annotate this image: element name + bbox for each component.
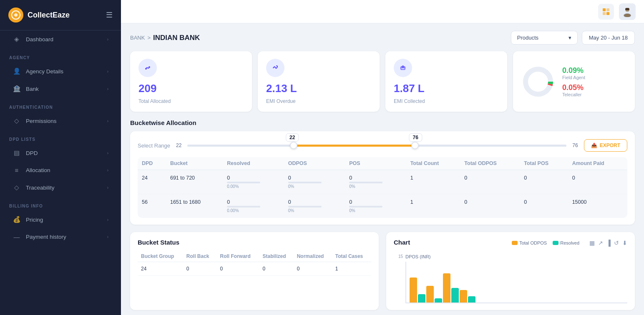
field-agent-pct: 0.09% (562, 66, 585, 75)
user-avatar[interactable] (619, 3, 636, 20)
agency-details-icon: 👤 (13, 68, 21, 75)
range-fill (294, 145, 415, 147)
export-label: EXPORT (600, 142, 620, 148)
export-button[interactable]: 📤 EXPORT (584, 139, 627, 152)
range-track: 22 76 (187, 145, 566, 147)
td-resolved: 0 0.00% (223, 170, 284, 194)
chart-line-icon[interactable]: ↗ (598, 240, 603, 246)
stat-card-collected: 1.87 L EMI Collected (385, 51, 507, 112)
sidebar-item-bank[interactable]: 🏦 Bank › (3, 80, 118, 97)
donut-telecaller: 0.05% Telecaller (562, 83, 585, 97)
chart-download-icon[interactable]: ⬇ (622, 240, 627, 246)
td-total-pos: 0 (520, 170, 568, 194)
bucket-status-card: Bucket Status Bucket Group Roll Back Rol… (130, 232, 379, 310)
date-range-text: May 20 - Jun 18 (589, 35, 628, 41)
bs-col-normalized: Normalized (294, 251, 332, 262)
td-dpd: 24 (138, 170, 166, 194)
legend-odpos: Total ODPOS (512, 240, 547, 245)
chart-refresh-icon[interactable]: ↺ (614, 240, 619, 246)
allocation-table: DPD Bucket Resolved ODPOS POS Total Coun… (138, 157, 627, 218)
sidebar-item-payment-history[interactable]: — Payment history › (3, 229, 118, 245)
sidebar-item-allocation[interactable]: ≡ Allocation › (3, 162, 118, 178)
sidebar-item-label: Agency Details (26, 68, 102, 75)
sidebar-item-label: Allocation (26, 167, 102, 173)
section-agency-label: AGENCY (0, 48, 121, 62)
col-pos: POS (345, 157, 406, 170)
sidebar-item-label: Traceability (26, 185, 102, 191)
bar-resolved-1 (418, 294, 425, 302)
table-row: 24 691 to 720 0 0.00% 0 0% 0 (138, 170, 627, 194)
stat-card-donut: 0.09% Field Agent 0.05% Telecaller (513, 51, 635, 112)
bucketwise-title: Bucketwise Allocation (130, 119, 635, 126)
range-min-value: 22 (176, 142, 181, 148)
logo-icon (8, 8, 23, 22)
svg-point-11 (145, 68, 147, 70)
chart-title: Chart (394, 239, 410, 246)
sidebar-item-dashboard[interactable]: ◈ Dashboard › (3, 31, 118, 48)
sidebar-item-permissions[interactable]: ◇ Permissions › (3, 112, 118, 129)
bs-normalized: 0 (294, 262, 332, 276)
products-dropdown[interactable]: Products ▾ (511, 31, 578, 45)
chart-icons: ▦ ↗ ▐ ↺ ⬇ (589, 240, 627, 246)
page-header: BANK > INDIAN BANK Products ▾ May 20 - J… (130, 31, 635, 45)
bs-col-rollforward: Roll Forward (217, 251, 259, 262)
col-bucket: Bucket (166, 157, 223, 170)
col-total-count: Total Count (406, 157, 460, 170)
permissions-icon: ◇ (13, 117, 21, 125)
allocated-icon-wrap (138, 59, 157, 77)
allocated-value: 209 (138, 82, 244, 95)
content-area: BANK > INDIAN BANK Products ▾ May 20 - J… (121, 23, 644, 315)
chevron-icon: › (107, 168, 108, 172)
chevron-icon: › (107, 69, 108, 74)
telecaller-label: Telecaller (562, 92, 585, 97)
col-total-odpos: Total ODPOS (460, 157, 520, 170)
bucketwise-card: Select Range 22 22 76 76 📤 (130, 131, 635, 225)
sidebar-item-label: Pricing (26, 217, 102, 223)
bucket-status-title: Bucket Status (138, 239, 371, 246)
stat-cards: 209 Total Allocated 2.13 L EMI Overdue (130, 51, 635, 112)
td-bucket: 691 to 720 (166, 170, 223, 194)
collected-icon-wrap (394, 59, 412, 77)
svg-rect-2 (606, 8, 609, 11)
donut-field-agent: 0.09% Field Agent (562, 66, 585, 80)
hamburger-icon[interactable]: ☰ (106, 10, 113, 20)
sidebar-item-agency-details[interactable]: 👤 Agency Details › (3, 63, 118, 80)
sidebar-item-traceability[interactable]: ◇ Traceability › (3, 179, 118, 196)
sidebar-item-dpd[interactable]: ▤ DPD › (3, 145, 118, 161)
main-content: BANK > INDIAN BANK Products ▾ May 20 - J… (121, 0, 644, 315)
overdue-label: EMI Overdue (266, 98, 371, 104)
bar-resolved-3 (451, 288, 459, 302)
chevron-icon: › (107, 37, 108, 42)
chart-table-icon[interactable]: ▦ (589, 240, 595, 246)
chevron-icon: › (107, 218, 108, 222)
chart-legend: Total ODPOS Resolved ▦ ↗ ▐ ↺ ⬇ (512, 240, 627, 246)
bank-icon: 🏦 (13, 85, 21, 92)
sidebar-item-pricing[interactable]: 💰 Pricing › (3, 211, 118, 228)
td-pos: 0 0% (345, 170, 406, 194)
sidebar-item-label: DPD (26, 150, 102, 156)
range-thumb-right[interactable]: 76 (411, 142, 419, 149)
chart-y-axis: 15 (394, 254, 403, 296)
svg-rect-1 (603, 8, 606, 11)
section-auth-label: AUTHENTICATION (0, 98, 121, 112)
chart-bar-icon[interactable]: ▐ (606, 240, 611, 246)
td-odpos: 0 0% (284, 194, 345, 218)
bs-col-group: Bucket Group (138, 251, 183, 262)
chart-card: Chart Total ODPOS Resolved ▦ ↗ (386, 232, 635, 310)
field-agent-label: Field Agent (562, 75, 585, 80)
range-slider[interactable]: 22 76 (187, 138, 566, 153)
grid-icon-button[interactable] (598, 4, 614, 20)
col-total-pos: Total POS (520, 157, 568, 170)
legend-resolved-dot (553, 241, 558, 245)
overdue-icon-wrap (266, 59, 284, 77)
td-resolved: 0 0.00% (223, 194, 284, 218)
bs-stabilized: 0 (259, 262, 294, 276)
odpos-axis-label: DPOS (INR) (405, 254, 627, 259)
date-range-button[interactable]: May 20 - Jun 18 (582, 31, 635, 45)
range-thumb-left[interactable]: 22 (290, 142, 297, 149)
bubble-left: 22 (286, 133, 299, 142)
svg-point-19 (526, 69, 551, 94)
breadcrumb: BANK > INDIAN BANK (130, 34, 200, 42)
stat-card-allocated: 209 Total Allocated (130, 51, 252, 112)
bs-group: 24 (138, 262, 183, 276)
